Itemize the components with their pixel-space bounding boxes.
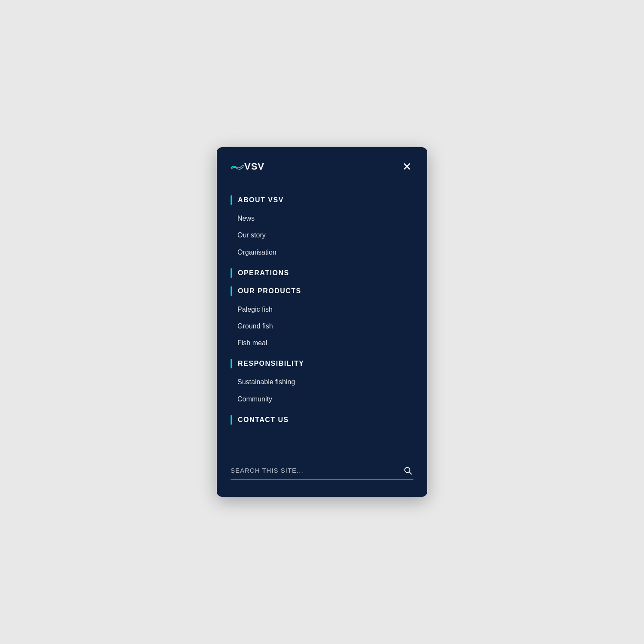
list-item: Community <box>237 392 413 407</box>
logo[interactable]: VSV <box>231 161 264 172</box>
section-operations: OPERATIONS <box>237 268 413 278</box>
section-title-contact-us: CONTACT US <box>238 416 289 424</box>
about-vsv-links: News Our story Organisation <box>237 211 413 260</box>
search-section <box>217 452 427 497</box>
section-bar-icon <box>231 268 232 278</box>
list-item: Palegic fish <box>237 302 413 317</box>
list-item: Fish meal <box>237 335 413 350</box>
section-title-our-products: OUR PRODUCTS <box>238 287 301 295</box>
logo-text: VSV <box>244 161 264 172</box>
news-link[interactable]: News <box>237 211 413 226</box>
nav-content: ABOUT VSV News Our story Organisation OP… <box>217 182 427 444</box>
list-item: Sustainable fishing <box>237 374 413 389</box>
search-icon <box>403 466 413 475</box>
section-about-vsv: ABOUT VSV News Our story Organisation <box>237 195 413 260</box>
svg-line-1 <box>409 472 411 474</box>
close-icon: ✕ <box>402 161 412 172</box>
section-title-operations: OPERATIONS <box>238 269 289 277</box>
section-header-about-vsv: ABOUT VSV <box>237 195 413 205</box>
sustainable-fishing-link[interactable]: Sustainable fishing <box>237 374 413 389</box>
section-bar-icon <box>231 359 232 368</box>
section-bar-icon <box>231 195 232 205</box>
search-button[interactable] <box>402 465 413 476</box>
section-bar-icon <box>231 415 232 425</box>
section-title-about-vsv: ABOUT VSV <box>238 196 284 204</box>
community-link[interactable]: Community <box>237 392 413 407</box>
organisation-link[interactable]: Organisation <box>237 245 413 260</box>
responsibility-links: Sustainable fishing Community <box>237 374 413 406</box>
section-header-contact-us: CONTACT US <box>237 415 413 425</box>
section-bar-icon <box>231 286 232 296</box>
close-button[interactable]: ✕ <box>401 159 413 174</box>
logo-wave-icon <box>231 164 244 170</box>
our-products-links: Palegic fish Ground fish Fish meal <box>237 302 413 351</box>
section-responsibility: RESPONSIBILITY Sustainable fishing Commu… <box>237 359 413 406</box>
section-header-operations: OPERATIONS <box>237 268 413 278</box>
section-our-products: OUR PRODUCTS Palegic fish Ground fish Fi… <box>237 286 413 351</box>
list-item: News <box>237 211 413 226</box>
navigation-modal: VSV ✕ ABOUT VSV News Our story Organisat… <box>217 147 427 497</box>
list-item: Ground fish <box>237 319 413 334</box>
list-item: Organisation <box>237 245 413 260</box>
search-wrapper <box>231 465 413 480</box>
section-contact-us: CONTACT US <box>237 415 413 425</box>
fish-meal-link[interactable]: Fish meal <box>237 335 413 350</box>
section-header-our-products: OUR PRODUCTS <box>237 286 413 296</box>
our-story-link[interactable]: Our story <box>237 228 413 243</box>
list-item: Our story <box>237 228 413 243</box>
section-title-responsibility: RESPONSIBILITY <box>238 360 304 368</box>
modal-header: VSV ✕ <box>217 147 427 182</box>
section-header-responsibility: RESPONSIBILITY <box>237 359 413 368</box>
search-input[interactable] <box>231 467 402 474</box>
palegic-fish-link[interactable]: Palegic fish <box>237 302 413 317</box>
ground-fish-link[interactable]: Ground fish <box>237 319 413 334</box>
